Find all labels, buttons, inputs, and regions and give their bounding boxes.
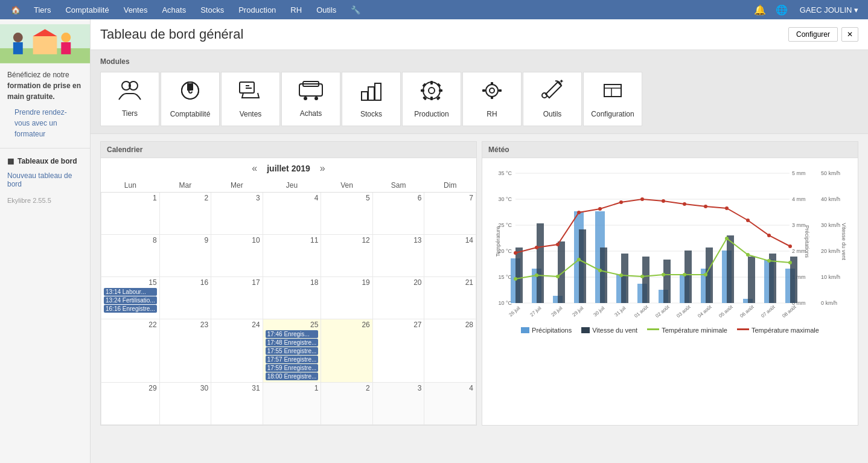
cal-cell[interactable]: 24 bbox=[211, 319, 263, 383]
legend-color-vent bbox=[581, 327, 590, 333]
cal-cell[interactable]: 19 bbox=[321, 277, 372, 319]
svg-text:31 juil: 31 juil bbox=[613, 305, 627, 318]
module-configuration[interactable]: Configuration bbox=[583, 72, 642, 126]
cal-cell[interactable]: 11 bbox=[263, 235, 321, 277]
version-label: Ekylibre 2.55.5 bbox=[0, 193, 90, 208]
event-item[interactable]: 18:00 Enregistre... bbox=[266, 372, 319, 380]
cal-cell[interactable]: 4 bbox=[424, 383, 476, 425]
svg-text:30 juil: 30 juil bbox=[592, 305, 605, 318]
cal-cell[interactable]: 16 bbox=[159, 277, 211, 319]
calendar-section: Calendrier « juillet 2019 » Lun Mar Mer … bbox=[100, 141, 477, 426]
cal-cell[interactable]: 6 bbox=[372, 193, 424, 235]
configure-button[interactable]: Configurer bbox=[788, 27, 838, 42]
bell-icon[interactable]: 🔔 bbox=[752, 1, 768, 18]
close-button[interactable]: ✕ bbox=[841, 27, 858, 42]
stocks-icon bbox=[359, 80, 383, 106]
module-tiers[interactable]: Tiers bbox=[100, 72, 159, 126]
cal-cell[interactable]: 9 bbox=[159, 235, 211, 277]
legend-label-vent: Vitesse du vent bbox=[592, 327, 637, 334]
svg-rect-36 bbox=[491, 82, 493, 85]
svg-rect-27 bbox=[430, 97, 433, 100]
event-item[interactable]: 13:14 Labour... bbox=[104, 288, 157, 296]
cal-cell[interactable]: 7 bbox=[424, 193, 476, 235]
new-dashboard-link[interactable]: Nouveau tableau de bord bbox=[0, 169, 90, 191]
nav-comptabilite[interactable]: Comptabilité bbox=[58, 0, 116, 19]
user-menu[interactable]: GAEC JOULIN ▾ bbox=[795, 0, 863, 19]
svg-rect-104 bbox=[621, 254, 628, 303]
weekday-sam: Sam bbox=[372, 179, 424, 193]
cal-cell-25[interactable]: 25 17:46 Enregis... 17:48 Enregistre... … bbox=[263, 319, 321, 383]
svg-text:30 km/h: 30 km/h bbox=[821, 222, 840, 228]
cal-cell[interactable]: 18 bbox=[263, 277, 321, 319]
globe-icon[interactable]: 🌐 bbox=[773, 1, 790, 18]
cal-cell[interactable]: 2 bbox=[159, 193, 211, 235]
cal-cell[interactable]: 1 bbox=[263, 383, 321, 425]
table-row: 8 9 10 11 12 13 14 bbox=[101, 235, 476, 277]
svg-text:05 août: 05 août bbox=[718, 304, 734, 319]
weekday-jeu: Jeu bbox=[263, 179, 321, 193]
cal-cell[interactable]: 2 bbox=[321, 383, 372, 425]
sidebar-section-dashboards: ▦Tableaux de bord bbox=[0, 153, 90, 169]
module-stocks[interactable]: Stocks bbox=[342, 72, 401, 126]
nav-ventes[interactable]: Ventes bbox=[116, 0, 155, 19]
nav-rh[interactable]: RH bbox=[283, 0, 309, 19]
cal-cell[interactable]: 31 bbox=[211, 383, 263, 425]
cal-cell[interactable]: 8 bbox=[101, 235, 160, 277]
cal-cell[interactable]: 29 bbox=[101, 383, 160, 425]
cal-cell[interactable]: 20 bbox=[372, 277, 424, 319]
svg-point-19 bbox=[304, 97, 307, 100]
weather-legend: Précipitations Vitesse du vent Températu… bbox=[487, 322, 853, 339]
module-achats[interactable]: Achats bbox=[281, 72, 340, 126]
svg-text:02 août: 02 août bbox=[654, 304, 671, 319]
nav-wrench[interactable]: 🔧 bbox=[343, 0, 368, 19]
cal-cell[interactable]: 21 bbox=[424, 277, 476, 319]
cal-cell-15[interactable]: 15 13:14 Labour... 13:24 Fertilisatio...… bbox=[101, 277, 160, 319]
event-item[interactable]: 13:24 Fertilisatio... bbox=[104, 296, 157, 304]
cal-cell[interactable]: 23 bbox=[159, 319, 211, 383]
prev-month-button[interactable]: « bbox=[252, 163, 257, 174]
nav-achats[interactable]: Achats bbox=[155, 0, 193, 19]
module-production[interactable]: Production bbox=[402, 72, 461, 126]
next-month-button[interactable]: » bbox=[320, 163, 325, 174]
module-rh[interactable]: RH bbox=[462, 72, 522, 126]
event-item[interactable]: 17:48 Enregistre... bbox=[266, 339, 319, 346]
module-outils[interactable]: ✦ Outils bbox=[523, 72, 582, 126]
cal-cell[interactable]: 14 bbox=[424, 235, 476, 277]
module-ventes[interactable]: Ventes bbox=[221, 72, 280, 126]
cal-cell[interactable]: 1 bbox=[101, 193, 160, 235]
svg-rect-5 bbox=[61, 42, 71, 54]
promo-link[interactable]: Prendre rendez-vous avec un formateur bbox=[7, 104, 83, 142]
nav-outils[interactable]: Outils bbox=[309, 0, 343, 19]
nav-tiers[interactable]: Tiers bbox=[27, 0, 58, 19]
svg-text:30 °C: 30 °C bbox=[498, 196, 512, 202]
svg-point-113 bbox=[514, 277, 517, 281]
svg-point-20 bbox=[314, 97, 318, 100]
cal-cell[interactable]: 10 bbox=[211, 235, 263, 277]
cal-cell-26[interactable]: 26 bbox=[321, 319, 372, 383]
nav-stocks[interactable]: Stocks bbox=[193, 0, 231, 19]
nav-home[interactable]: 🏠 bbox=[5, 0, 27, 19]
top-navigation: 🏠 Tiers Comptabilité Ventes Achats Stock… bbox=[0, 0, 868, 19]
modules-section: Modules Tiers € Comptabilité bbox=[91, 50, 868, 134]
outils-label: Outils bbox=[543, 110, 562, 118]
cal-cell[interactable]: 5 bbox=[321, 193, 372, 235]
event-item[interactable]: 17:46 Enregis... bbox=[266, 330, 319, 338]
cal-cell[interactable]: 13 bbox=[372, 235, 424, 277]
event-item[interactable]: 16:16 Enregistre... bbox=[104, 305, 157, 313]
cal-cell[interactable]: 28 bbox=[424, 319, 476, 383]
cal-cell[interactable]: 30 bbox=[159, 383, 211, 425]
cal-cell[interactable]: 3 bbox=[372, 383, 424, 425]
cal-cell[interactable]: 27 bbox=[372, 319, 424, 383]
cal-cell[interactable]: 12 bbox=[321, 235, 372, 277]
event-item[interactable]: 17:59 Enregistre... bbox=[266, 364, 319, 372]
cal-cell[interactable]: 22 bbox=[101, 319, 160, 383]
cal-cell[interactable]: 4 bbox=[263, 193, 321, 235]
cal-cell[interactable]: 17 bbox=[211, 277, 263, 319]
svg-point-116 bbox=[577, 258, 581, 261]
module-comptabilite[interactable]: € Comptabilité bbox=[161, 72, 220, 126]
event-item[interactable]: 17:55 Enregistre... bbox=[266, 347, 319, 355]
nav-production[interactable]: Production bbox=[231, 0, 283, 19]
svg-rect-6 bbox=[33, 36, 57, 54]
cal-cell[interactable]: 3 bbox=[211, 193, 263, 235]
event-item[interactable]: 17:57 Enregistre... bbox=[266, 356, 319, 363]
